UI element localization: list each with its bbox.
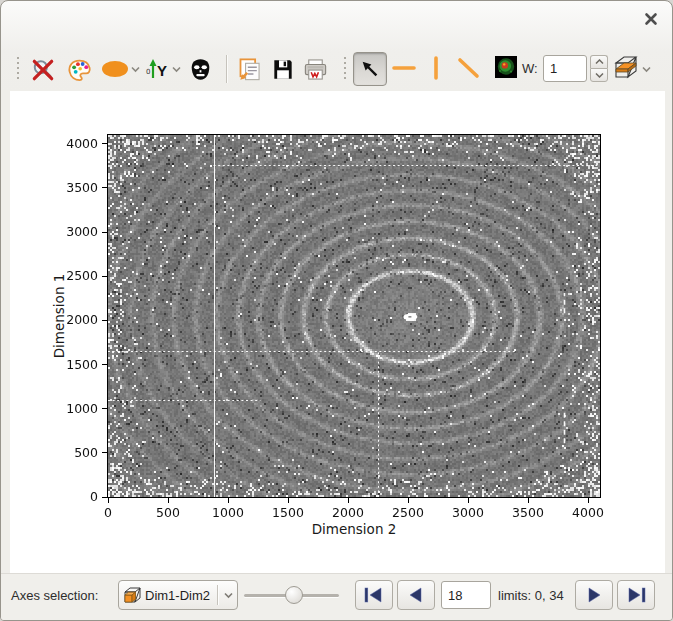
ellipse-brush-button[interactable] xyxy=(100,59,130,79)
x-tick-mark xyxy=(528,498,529,503)
x-tick-mark xyxy=(348,498,349,503)
copy-icon xyxy=(236,56,263,83)
axes-cube-icon xyxy=(123,586,142,604)
y-tick-label: 500 xyxy=(46,445,98,460)
save-icon xyxy=(270,56,296,82)
y-tick-label: 3000 xyxy=(46,224,98,239)
vertical-line-button[interactable] xyxy=(425,55,447,81)
orange-ellipse-icon xyxy=(100,59,130,79)
x-tick-label: 1500 xyxy=(272,505,304,520)
close-icon xyxy=(643,11,659,27)
first-frame-icon xyxy=(362,587,386,603)
y-tick-mark xyxy=(102,276,107,277)
y-tick-mark xyxy=(102,408,107,409)
x-tick-mark xyxy=(228,498,229,503)
x-tick-label: 1000 xyxy=(212,505,244,520)
next-frame-icon xyxy=(582,587,606,603)
x-tick-label: 2000 xyxy=(332,505,364,520)
orange-hline-icon xyxy=(389,55,419,81)
x-tick-label: 4000 xyxy=(572,505,604,520)
x-tick-label: 0 xyxy=(104,505,112,520)
y-tick-label: 4000 xyxy=(46,136,98,151)
y-tick-label: 1000 xyxy=(46,401,98,416)
print-button[interactable] xyxy=(300,54,330,84)
y-tick-mark xyxy=(102,452,107,453)
svg-text:0: 0 xyxy=(146,68,150,76)
copy-button[interactable] xyxy=(234,54,264,84)
arrow-cursor-icon xyxy=(359,58,381,80)
overlay-lines-canvas xyxy=(108,135,600,497)
width-spin-up-button[interactable] xyxy=(590,55,608,68)
cube-dropdown-chevron-icon[interactable] xyxy=(642,66,651,73)
bottom-control-bar: Axes selection: Dim1-Dim2 xyxy=(1,573,672,621)
toolbar-separator xyxy=(226,55,228,83)
close-button[interactable] xyxy=(643,11,659,27)
width-spin-down-button[interactable] xyxy=(590,68,608,82)
image-view-button[interactable] xyxy=(495,56,517,78)
plot-figure: Dimension 2 Dimension 1 0500100015002000… xyxy=(10,91,665,573)
x-tick-mark xyxy=(468,498,469,503)
toolbar-grip-handle[interactable] xyxy=(16,56,21,82)
stack-image-window: 0 Y xyxy=(0,0,673,621)
axes-combobox-value: Dim1-Dim2 xyxy=(145,588,217,603)
axes-selection-label: Axes selection: xyxy=(11,588,98,603)
orange-vline-icon xyxy=(425,55,447,81)
y-tick-label: 3500 xyxy=(46,180,98,195)
x-tick-mark xyxy=(108,498,109,503)
pointer-select-button[interactable] xyxy=(353,52,387,86)
last-frame-button[interactable] xyxy=(617,580,655,610)
svg-text:Y: Y xyxy=(157,62,167,79)
y-tick-mark xyxy=(102,497,107,498)
colormap-button[interactable] xyxy=(64,55,94,85)
print-icon xyxy=(302,56,329,83)
x-tick-label: 3500 xyxy=(512,505,544,520)
combobox-chevron-icon xyxy=(224,592,233,599)
toolbar-grip-handle-2[interactable] xyxy=(343,56,348,82)
x-tick-mark xyxy=(408,498,409,503)
x-tick-mark xyxy=(588,498,589,503)
x-axis-label: Dimension 2 xyxy=(312,521,397,537)
titlebar xyxy=(1,1,672,47)
diagonal-line-button[interactable] xyxy=(453,55,483,81)
toolbar: 0 Y xyxy=(1,47,672,91)
frame-slider-handle[interactable] xyxy=(285,586,303,604)
first-frame-button[interactable] xyxy=(355,580,393,610)
ellipse-dropdown-chevron-icon[interactable] xyxy=(131,66,140,73)
mask-icon xyxy=(187,56,214,83)
y-tick-mark xyxy=(102,232,107,233)
spin-up-chevron-icon xyxy=(595,59,604,65)
y-tick-mark xyxy=(102,364,107,365)
y-tick-mark xyxy=(102,320,107,321)
plot-image-area[interactable] xyxy=(107,134,601,498)
width-label: W: xyxy=(522,61,538,76)
horizontal-line-button[interactable] xyxy=(389,55,419,81)
last-frame-icon xyxy=(624,587,648,603)
y-tick-mark xyxy=(102,187,107,188)
orange-dline-icon xyxy=(453,55,483,81)
zoom-reset-icon xyxy=(30,57,56,83)
width-spinbox-field[interactable] xyxy=(543,55,587,82)
x-tick-label: 500 xyxy=(156,505,180,520)
y-tick-label: 1500 xyxy=(46,357,98,372)
spin-down-chevron-icon xyxy=(595,72,604,78)
mask-button[interactable] xyxy=(185,54,215,84)
x-tick-label: 3000 xyxy=(452,505,484,520)
heatmap-thumbnail-icon xyxy=(495,56,517,78)
y-tick-label: 0 xyxy=(46,489,98,504)
x-tick-mark xyxy=(168,498,169,503)
width-spinbox-buttons xyxy=(590,55,608,82)
y-tick-mark xyxy=(102,143,107,144)
y-axis-dropdown-chevron-icon[interactable] xyxy=(172,66,181,73)
frame-number-field[interactable] xyxy=(441,581,491,609)
y-axis-direction-button[interactable]: 0 Y xyxy=(143,55,171,83)
slice-cube-button[interactable] xyxy=(612,55,640,81)
previous-frame-button[interactable] xyxy=(397,580,435,610)
x-tick-label: 2500 xyxy=(392,505,424,520)
save-button[interactable] xyxy=(268,54,298,84)
axes-selection-combobox[interactable]: Dim1-Dim2 xyxy=(118,580,238,610)
combobox-dropdown-button[interactable] xyxy=(219,592,237,599)
zoom-reset-button[interactable] xyxy=(28,55,58,85)
next-frame-button[interactable] xyxy=(575,580,613,610)
y-axis-green-arrow-icon: 0 Y xyxy=(143,55,171,83)
cube-orange-slice-icon xyxy=(612,55,640,81)
